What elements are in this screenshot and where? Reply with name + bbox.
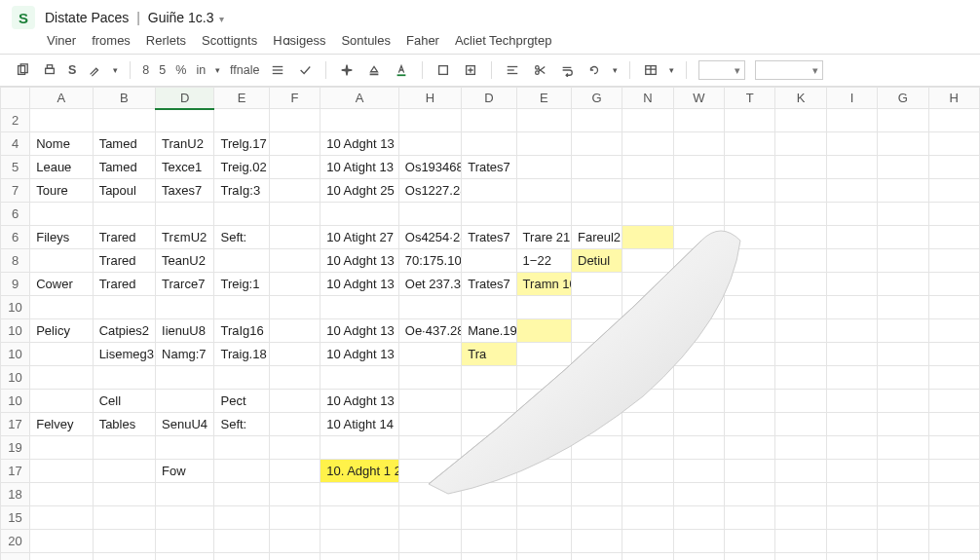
- cell[interactable]: [320, 483, 399, 506]
- cell[interactable]: [622, 226, 673, 249]
- cell[interactable]: [826, 203, 877, 226]
- cell[interactable]: Trates7: [462, 273, 516, 296]
- cell[interactable]: [826, 156, 877, 179]
- cell[interactable]: [878, 460, 928, 483]
- cell[interactable]: [462, 390, 516, 413]
- cell[interactable]: 10 Atight 27: [320, 226, 399, 249]
- cell[interactable]: [725, 366, 775, 390]
- cell[interactable]: [928, 109, 979, 132]
- cell[interactable]: [572, 273, 622, 296]
- cell[interactable]: [572, 460, 622, 483]
- cell[interactable]: [516, 483, 571, 506]
- col-header[interactable]: G: [878, 88, 928, 109]
- cell[interactable]: [673, 249, 724, 273]
- row-header[interactable]: 10: [1, 390, 30, 413]
- col-header[interactable]: N: [622, 88, 673, 109]
- cell[interactable]: [775, 179, 826, 203]
- cell[interactable]: Texce1: [156, 156, 214, 179]
- cell[interactable]: Taxes7: [156, 179, 214, 203]
- cell[interactable]: Trared: [93, 273, 155, 296]
- border-icon[interactable]: [434, 61, 452, 79]
- menu-item[interactable]: Acliet Techprgtep: [455, 33, 552, 48]
- cell[interactable]: [826, 132, 877, 156]
- cell[interactable]: [516, 390, 571, 413]
- cell[interactable]: [775, 343, 826, 366]
- cell[interactable]: 10 Adght 13: [320, 390, 399, 413]
- cell[interactable]: [878, 343, 928, 366]
- cell[interactable]: [269, 203, 320, 226]
- cell[interactable]: [775, 249, 826, 273]
- cell[interactable]: 10 Adght 13: [320, 273, 399, 296]
- cell[interactable]: [269, 156, 320, 179]
- cell[interactable]: [30, 436, 93, 460]
- cell[interactable]: [516, 132, 571, 156]
- cell[interactable]: [928, 319, 979, 343]
- cell[interactable]: Pelicy: [30, 319, 93, 343]
- cell[interactable]: [320, 436, 399, 460]
- cell[interactable]: [516, 436, 571, 460]
- row-header[interactable]: 5: [1, 156, 30, 179]
- cell[interactable]: Tamed: [93, 156, 155, 179]
- cell[interactable]: [928, 413, 979, 436]
- cell[interactable]: [673, 530, 724, 553]
- select-all-corner[interactable]: [1, 88, 30, 109]
- cell[interactable]: [214, 249, 269, 273]
- strike-icon[interactable]: S: [68, 63, 76, 77]
- cell[interactable]: Lisemeg3: [93, 343, 155, 366]
- row-header[interactable]: 10: [1, 366, 30, 390]
- cell[interactable]: [93, 436, 155, 460]
- col-header[interactable]: A: [30, 88, 93, 109]
- cell[interactable]: [673, 179, 724, 203]
- title-dropdown-icon[interactable]: ▾: [219, 14, 224, 24]
- row-header[interactable]: 20: [1, 530, 30, 553]
- cell[interactable]: TeanU2: [156, 249, 214, 273]
- cell[interactable]: 70:175.10: [398, 249, 461, 273]
- cell[interactable]: [775, 553, 826, 561]
- cell[interactable]: Catpies2: [93, 319, 155, 343]
- row-header[interactable]: 10: [1, 319, 30, 343]
- cell[interactable]: Pect: [214, 390, 269, 413]
- cell[interactable]: [30, 109, 93, 132]
- menu-item[interactable]: Sontules: [341, 33, 391, 48]
- cell[interactable]: [398, 413, 461, 436]
- row-header[interactable]: 10: [1, 343, 30, 366]
- cell[interactable]: [214, 530, 269, 553]
- cell[interactable]: [572, 366, 622, 390]
- cell[interactable]: [93, 109, 155, 132]
- cell[interactable]: [572, 319, 622, 343]
- cell[interactable]: 10. Adght 1 24: [320, 460, 399, 483]
- col-header[interactable]: H: [398, 88, 461, 109]
- scissors-icon[interactable]: [531, 61, 548, 79]
- cell[interactable]: [826, 273, 877, 296]
- cell[interactable]: [878, 109, 928, 132]
- cell[interactable]: [214, 483, 269, 506]
- cell[interactable]: [878, 506, 928, 530]
- cell[interactable]: [775, 156, 826, 179]
- cell[interactable]: [725, 249, 775, 273]
- align-icon[interactable]: [504, 61, 521, 79]
- col-header[interactable]: E: [214, 88, 269, 109]
- cell[interactable]: [156, 366, 214, 390]
- cell[interactable]: [622, 296, 673, 319]
- fill-icon[interactable]: [365, 61, 383, 79]
- print-icon[interactable]: [41, 61, 58, 79]
- cell[interactable]: Tapoul: [93, 179, 155, 203]
- cell[interactable]: [622, 483, 673, 506]
- cell[interactable]: [269, 413, 320, 436]
- cell[interactable]: [673, 296, 724, 319]
- cell[interactable]: [30, 483, 93, 506]
- cell[interactable]: [462, 132, 516, 156]
- cell[interactable]: [878, 436, 928, 460]
- cell[interactable]: [269, 296, 320, 319]
- cell[interactable]: [398, 203, 461, 226]
- cell[interactable]: [269, 366, 320, 390]
- cell[interactable]: [622, 436, 673, 460]
- cell[interactable]: [725, 156, 775, 179]
- cell[interactable]: [622, 132, 673, 156]
- cell[interactable]: [622, 366, 673, 390]
- cell[interactable]: [156, 109, 214, 132]
- cell[interactable]: Trare 21: [516, 226, 571, 249]
- sparkle-icon[interactable]: [338, 61, 356, 79]
- cell[interactable]: [775, 366, 826, 390]
- copy-icon[interactable]: [14, 61, 31, 79]
